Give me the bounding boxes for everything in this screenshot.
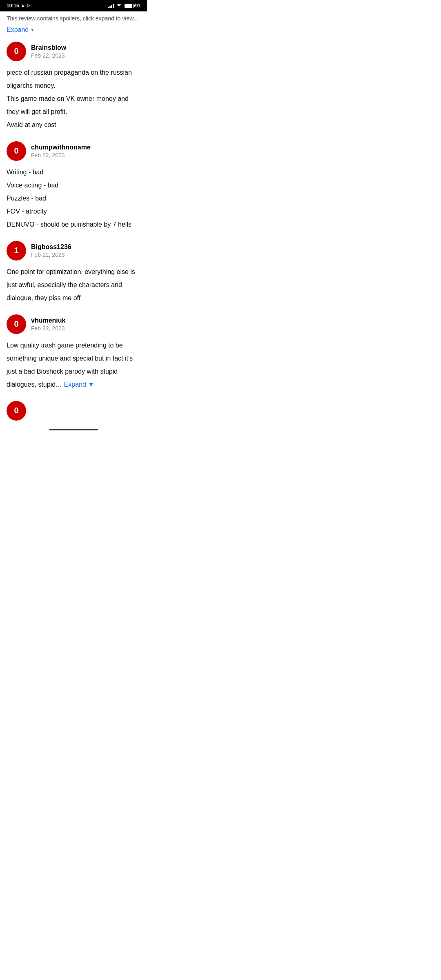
reviewer-name: chumpwithnoname xyxy=(31,144,91,151)
review-item: 0BrainsblowFeb 22, 2023piece of russian … xyxy=(0,42,147,141)
reviews-list: 0BrainsblowFeb 22, 2023piece of russian … xyxy=(0,42,147,401)
review-header: 0BrainsblowFeb 22, 2023 xyxy=(7,42,140,61)
reviewer-name: vhumeniuk xyxy=(31,317,65,324)
reviewer-name: Bigboss1236 xyxy=(31,243,71,251)
review-date: Feb 22, 2023 xyxy=(31,52,66,59)
spoiler-warning: This review contains spoilers, click exp… xyxy=(0,11,147,23)
reviewer-info: Bigboss1236Feb 22, 2023 xyxy=(31,243,71,258)
svg-marker-0 xyxy=(27,4,30,7)
review-text: piece of russian propaganda on the russi… xyxy=(7,66,140,131)
reviewer-info: chumpwithnonameFeb 22, 2023 xyxy=(31,144,91,158)
signal-icon xyxy=(108,3,114,8)
review-date: Feb 22, 2023 xyxy=(31,152,91,158)
reviewer-name: Brainsblow xyxy=(31,44,66,51)
review-text: Low quality trash game pretending to be … xyxy=(7,339,140,391)
reviewer-avatar: 0 xyxy=(7,314,26,334)
battery-icon xyxy=(125,4,134,8)
expand-label: Expand xyxy=(7,26,29,33)
review-item: 1Bigboss1236Feb 22, 2023One point for op… xyxy=(0,241,147,314)
location-icon xyxy=(21,3,25,8)
status-left: 10:15 xyxy=(7,3,31,9)
review-text: One point for optimization, everything e… xyxy=(7,265,140,305)
home-bar xyxy=(49,429,98,430)
review-text: Writing - badVoice acting - badPuzzles -… xyxy=(7,166,140,231)
review-header: 0vhumeniukFeb 22, 2023 xyxy=(7,314,140,334)
reviewer-info: vhumeniukFeb 22, 2023 xyxy=(31,317,65,332)
status-right: 91 xyxy=(108,3,140,9)
review-header: 0chumpwithnonameFeb 22, 2023 xyxy=(7,141,140,161)
home-indicator xyxy=(0,425,147,434)
review-item: 0chumpwithnonameFeb 22, 2023Writing - ba… xyxy=(0,141,147,241)
inline-expand-button[interactable]: Expand ▼ xyxy=(62,381,94,388)
battery-percentage: 91 xyxy=(135,3,140,9)
reviewer-avatar: 1 xyxy=(7,241,26,261)
review-date: Feb 22, 2023 xyxy=(31,252,71,258)
partial-review: 0 xyxy=(0,401,147,421)
review-header: 1Bigboss1236Feb 22, 2023 xyxy=(7,241,140,261)
reviewer-avatar: 0 xyxy=(7,42,26,61)
reviewer-avatar: 0 xyxy=(7,141,26,161)
wifi-icon xyxy=(116,3,122,8)
time-display: 10:15 xyxy=(7,3,19,9)
reviewer-info: BrainsblowFeb 22, 2023 xyxy=(31,44,66,59)
review-item: 0vhumeniukFeb 22, 2023Low quality trash … xyxy=(0,314,147,401)
expand-button[interactable]: Expand ▼ xyxy=(0,23,147,42)
play-icon xyxy=(27,3,31,8)
review-date: Feb 22, 2023 xyxy=(31,325,65,332)
expand-arrow-icon: ▼ xyxy=(30,28,34,32)
partial-avatar: 0 xyxy=(7,401,26,421)
status-bar: 10:15 91 xyxy=(0,0,147,11)
